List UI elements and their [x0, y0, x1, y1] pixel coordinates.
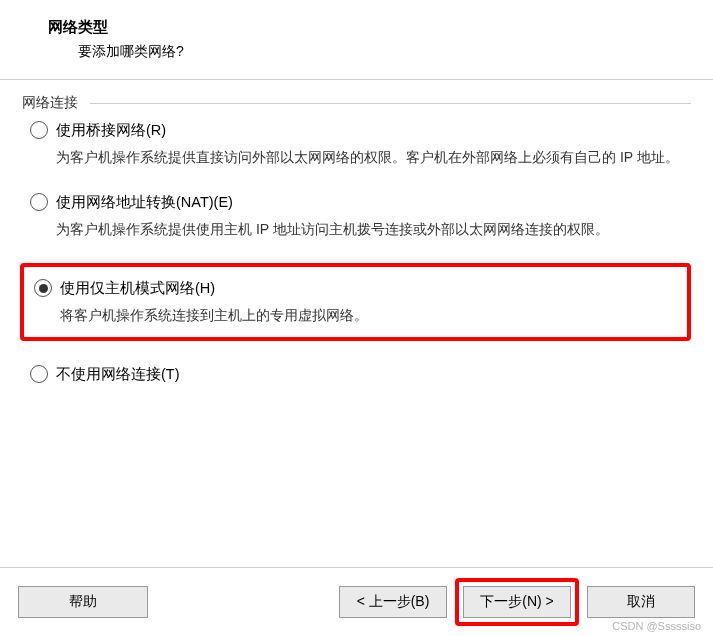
button-bar: 帮助 < 上一步(B) 下一步(N) > 取消 — [0, 567, 713, 636]
radio-hostonly-desc: 将客户机操作系统连接到主机上的专用虚拟网络。 — [60, 299, 679, 327]
content-area: 网络连接 使用桥接网络(R) 为客户机操作系统提供直接访问外部以太网网络的权限。… — [0, 80, 713, 385]
radio-bridged-label: 使用桥接网络(R) — [56, 119, 693, 141]
page-title: 网络类型 — [48, 18, 713, 37]
radio-content: 使用桥接网络(R) 为客户机操作系统提供直接访问外部以太网网络的权限。客户机在外… — [56, 119, 693, 169]
radio-content: 使用网络地址转换(NAT)(E) 为客户机操作系统提供使用主机 IP 地址访问主… — [56, 191, 693, 241]
radio-hostonly[interactable]: 使用仅主机模式网络(H) 将客户机操作系统连接到主机上的专用虚拟网络。 — [34, 277, 679, 327]
radio-bridged[interactable]: 使用桥接网络(R) 为客户机操作系统提供直接访问外部以太网网络的权限。客户机在外… — [30, 119, 693, 169]
radio-content: 不使用网络连接(T) — [56, 363, 693, 385]
radio-none-label: 不使用网络连接(T) — [56, 363, 693, 385]
next-button[interactable]: 下一步(N) > — [463, 586, 571, 618]
radio-content: 使用仅主机模式网络(H) 将客户机操作系统连接到主机上的专用虚拟网络。 — [60, 277, 679, 327]
cancel-button[interactable]: 取消 — [587, 586, 695, 618]
radio-nat-label: 使用网络地址转换(NAT)(E) — [56, 191, 693, 213]
radio-hostonly-label: 使用仅主机模式网络(H) — [60, 277, 679, 299]
wizard-header: 网络类型 要添加哪类网络? — [0, 0, 713, 73]
fieldset-label: 网络连接 — [20, 94, 78, 112]
radio-icon — [30, 365, 48, 383]
back-button[interactable]: < 上一步(B) — [339, 586, 447, 618]
radio-icon — [30, 193, 48, 211]
radio-icon — [30, 121, 48, 139]
radio-none[interactable]: 不使用网络连接(T) — [30, 363, 693, 385]
highlight-next: 下一步(N) > — [455, 578, 579, 626]
help-button[interactable]: 帮助 — [18, 586, 148, 618]
highlight-selected: 使用仅主机模式网络(H) 将客户机操作系统连接到主机上的专用虚拟网络。 — [20, 263, 691, 341]
page-subtitle: 要添加哪类网络? — [48, 43, 713, 61]
radio-icon-selected — [34, 279, 52, 297]
fieldset-line — [90, 103, 691, 104]
network-radio-group: 使用桥接网络(R) 为客户机操作系统提供直接访问外部以太网网络的权限。客户机在外… — [20, 113, 693, 385]
radio-nat[interactable]: 使用网络地址转换(NAT)(E) 为客户机操作系统提供使用主机 IP 地址访问主… — [30, 191, 693, 241]
radio-bridged-desc: 为客户机操作系统提供直接访问外部以太网网络的权限。客户机在外部网络上必须有自己的… — [56, 141, 693, 169]
radio-nat-desc: 为客户机操作系统提供使用主机 IP 地址访问主机拨号连接或外部以太网网络连接的权… — [56, 213, 693, 241]
